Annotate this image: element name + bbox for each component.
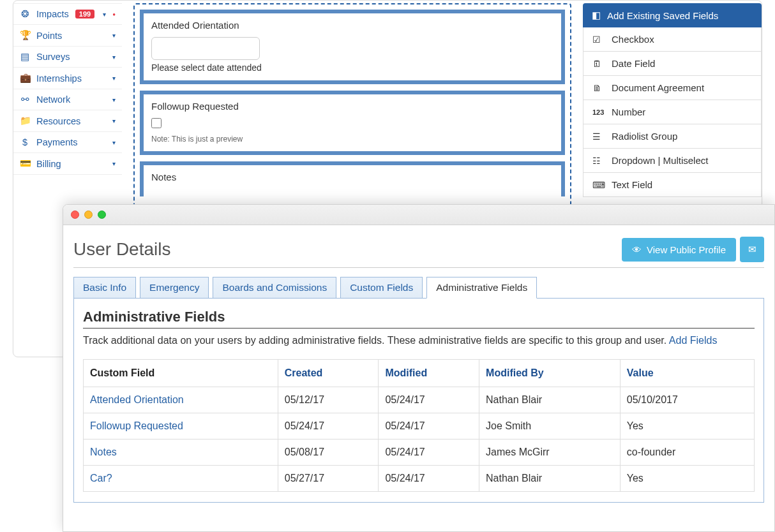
table-row: Notes 05/08/17 05/24/17 James McGirr co-… <box>84 440 755 466</box>
caret-down-icon: ▾ <box>112 160 116 167</box>
palette-text-field[interactable]: ⌨ Text Field <box>583 173 762 197</box>
sidebar-item-label: Internships <box>36 73 82 84</box>
checkbox-icon: ☑ <box>592 34 604 45</box>
caret-down-icon: ▾ <box>112 75 116 82</box>
network-icon: ⚯ <box>20 94 30 105</box>
page-title: User Details <box>73 239 170 260</box>
admin-fields-panel: Administrative Fields Track additional d… <box>73 298 764 503</box>
cell-value: co-founder <box>620 440 754 466</box>
col-custom-field[interactable]: Custom Field <box>84 360 278 387</box>
admin-fields-table: Custom Field Created Modified Modified B… <box>83 359 755 492</box>
sidebar-item-billing[interactable]: 💳 Billing ▾ <box>13 153 122 175</box>
folder-icon: 📁 <box>20 115 30 126</box>
palette-item-label: Date Field <box>612 58 655 69</box>
field-label: Followup Requested <box>151 101 553 112</box>
preview-note: Note: This is just a preview <box>151 135 553 144</box>
calendar-icon: 🗓 <box>592 59 604 69</box>
field-helper: Please select date attended <box>151 63 553 73</box>
sidebar-item-payments[interactable]: $ Payments ▾ <box>13 132 122 153</box>
credit-card-icon: 💳 <box>20 158 30 169</box>
sidebar-item-label: Impacts <box>36 9 69 19</box>
palette-item-label: Document Agreement <box>612 82 704 93</box>
text-field-icon: ⌨ <box>592 180 604 190</box>
palette-date-field[interactable]: 🗓 Date Field <box>583 52 762 76</box>
cell-modified: 05/24/17 <box>379 440 479 466</box>
email-button[interactable]: ✉ <box>740 237 764 262</box>
caret-down-icon: ▾ <box>103 11 106 18</box>
tab-emergency[interactable]: Emergency <box>140 277 209 299</box>
user-details-window: User Details 👁 View Public Profile ✉ Bas… <box>63 204 775 532</box>
field-label: Notes <box>151 172 553 182</box>
cell-by: James McGirr <box>479 440 621 466</box>
dropdown-icon: ☷ <box>592 156 604 166</box>
sidebar-item-resources[interactable]: 📁 Resources ▾ <box>13 110 122 132</box>
number-icon: 123 <box>592 108 604 116</box>
tabs: Basic Info Emergency Boards and Comissio… <box>73 277 764 299</box>
field-link[interactable]: Followup Requested <box>84 413 278 440</box>
palette-header: ◧ Add Existing Saved Fields <box>583 3 762 27</box>
impacts-count-badge: 199 <box>75 10 94 18</box>
tab-admin-fields[interactable]: Administrative Fields <box>426 277 537 299</box>
dashboard-icon: ❂ <box>20 9 30 19</box>
sidebar-item-label: Network <box>36 94 70 105</box>
button-label: View Public Profile <box>647 244 726 255</box>
field-link[interactable]: Notes <box>84 440 278 466</box>
sidebar-item-label: Billing <box>36 159 61 169</box>
col-modified-by[interactable]: Modified By <box>479 360 621 387</box>
table-row: Car? 05/27/17 05/24/17 Nathan Blair Yes <box>84 466 755 492</box>
palette-document-agreement[interactable]: 🗎 Document Agreement <box>583 76 762 100</box>
checkbox-input[interactable] <box>151 118 162 128</box>
sidebar-item-label: Points <box>36 31 62 41</box>
palette-title: Add Existing Saved Fields <box>607 10 718 21</box>
close-icon[interactable] <box>71 211 79 219</box>
dollar-icon: $ <box>20 137 30 147</box>
bookmark-icon: ◧ <box>592 10 601 21</box>
tab-boards[interactable]: Boards and Comissions <box>213 277 336 299</box>
sidebar-item-network[interactable]: ⚯ Network ▾ <box>13 89 122 110</box>
palette-checkbox[interactable]: ☑ Checkbox <box>583 27 762 52</box>
cell-modified: 05/24/17 <box>379 413 479 440</box>
col-created[interactable]: Created <box>278 360 379 387</box>
zoom-icon[interactable] <box>98 211 106 219</box>
alert-dot-icon: ● <box>112 11 116 17</box>
cell-modified: 05/24/17 <box>379 466 479 492</box>
sidebar-item-surveys[interactable]: ▤ Surveys ▾ <box>13 47 122 68</box>
field-followup-requested[interactable]: Followup Requested Note: This is just a … <box>140 91 565 155</box>
table-row: Attended Orientation 05/12/17 05/24/17 N… <box>84 387 755 413</box>
tab-basic-info[interactable]: Basic Info <box>73 277 136 299</box>
sidebar-item-label: Resources <box>36 116 80 126</box>
field-attended-orientation[interactable]: Attended Orientation Please select date … <box>140 10 565 84</box>
eye-icon: 👁 <box>632 244 642 255</box>
list-icon: ▤ <box>20 52 30 62</box>
palette-item-label: Checkbox <box>612 34 654 45</box>
palette-dropdown[interactable]: ☷ Dropdown | Multiselect <box>583 149 762 173</box>
envelope-icon: ✉ <box>748 244 756 255</box>
field-link[interactable]: Attended Orientation <box>84 387 278 413</box>
titlebar <box>63 205 774 225</box>
col-modified[interactable]: Modified <box>379 360 479 387</box>
sidebar-item-impacts[interactable]: ❂ Impacts 199 ▾ ● <box>13 3 122 25</box>
minimize-icon[interactable] <box>84 211 93 219</box>
palette-item-label: Text Field <box>612 179 652 190</box>
field-notes[interactable]: Notes <box>140 161 565 196</box>
sidebar-item-points[interactable]: 🏆 Points ▾ <box>13 25 122 47</box>
field-link[interactable]: Car? <box>84 466 278 492</box>
cell-value: Yes <box>620 413 754 440</box>
panel-title: Administrative Fields <box>83 309 755 329</box>
cell-value: 05/10/2017 <box>620 387 754 413</box>
view-public-profile-button[interactable]: 👁 View Public Profile <box>622 238 736 262</box>
date-input[interactable] <box>151 37 260 60</box>
palette-radiolist[interactable]: ☰ Radiolist Group <box>583 124 762 149</box>
palette-item-label: Number <box>612 107 645 117</box>
cell-by: Nathan Blair <box>479 466 621 492</box>
palette-number[interactable]: 123 Number <box>583 100 762 124</box>
tab-custom-fields[interactable]: Custom Fields <box>340 277 423 299</box>
caret-down-icon: ▾ <box>112 54 116 61</box>
sidebar-item-label: Payments <box>36 137 77 147</box>
col-value[interactable]: Value <box>620 360 754 387</box>
sidebar-item-internships[interactable]: 💼 Internships ▾ <box>13 68 122 89</box>
document-icon: 🗎 <box>592 83 604 93</box>
add-fields-link[interactable]: Add Fields <box>669 335 718 346</box>
cell-value: Yes <box>620 466 754 492</box>
trophy-icon: 🏆 <box>20 30 30 41</box>
